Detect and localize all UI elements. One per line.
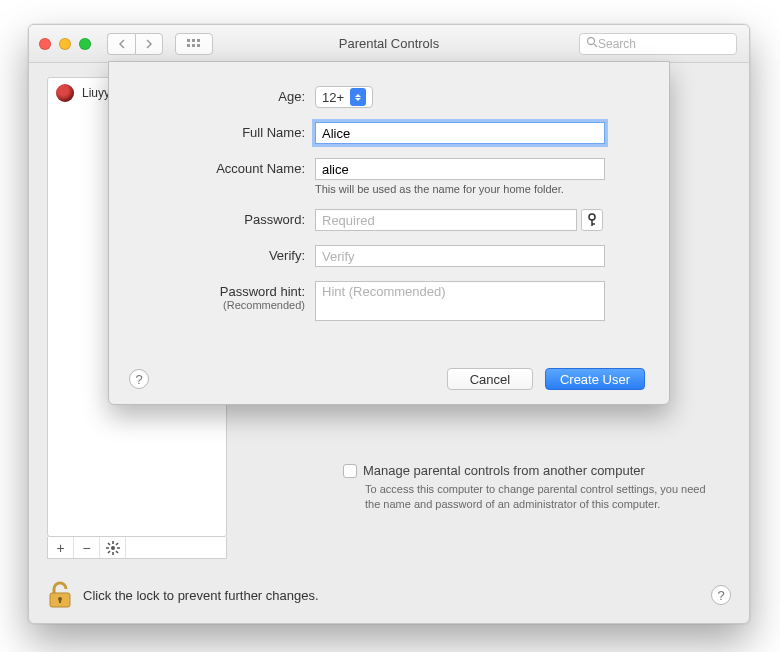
key-icon [587, 213, 597, 227]
cancel-button[interactable]: Cancel [447, 368, 533, 390]
svg-line-13 [108, 543, 110, 545]
search-field[interactable] [579, 33, 737, 55]
add-user-button[interactable]: + [48, 537, 74, 558]
row-account-name: Account Name: This will be used as the n… [135, 158, 643, 195]
svg-point-20 [589, 214, 595, 220]
full-name-input[interactable] [315, 122, 605, 144]
row-password: Password: [135, 209, 643, 231]
row-age: Age: 12+ [135, 86, 643, 108]
label-hint: Password hint: (Recommended) [135, 281, 315, 311]
label-password: Password: [135, 209, 315, 227]
sidebar-footer: + − [47, 537, 227, 559]
verify-input[interactable] [315, 245, 605, 267]
row-verify: Verify: [135, 245, 643, 267]
manage-remote-label: Manage parental controls from another co… [363, 463, 645, 478]
label-hint-main: Password hint: [220, 284, 305, 299]
svg-line-14 [116, 551, 118, 553]
user-avatar-icon [56, 84, 74, 102]
lock-text: Click the lock to prevent further change… [83, 588, 319, 603]
manage-remote-description: To access this computer to change parent… [365, 482, 719, 513]
row-hint: Password hint: (Recommended) [135, 281, 643, 324]
label-account-name: Account Name: [135, 158, 315, 176]
titlebar: Parental Controls [29, 25, 749, 63]
manage-remote-section: Manage parental controls from another co… [343, 463, 719, 513]
label-verify: Verify: [135, 245, 315, 263]
close-window-button[interactable] [39, 38, 51, 50]
action-menu-button[interactable] [100, 537, 126, 558]
minimize-window-button[interactable] [59, 38, 71, 50]
hint-input[interactable] [315, 281, 605, 321]
svg-rect-19 [59, 599, 61, 603]
svg-line-15 [116, 543, 118, 545]
search-icon [586, 36, 598, 51]
manage-remote-checkbox[interactable]: Manage parental controls from another co… [343, 463, 719, 478]
svg-rect-1 [192, 39, 195, 42]
svg-rect-5 [197, 44, 200, 47]
svg-rect-4 [192, 44, 195, 47]
forward-button[interactable] [135, 33, 163, 55]
user-name-label: Liuyy [82, 86, 110, 100]
zoom-window-button[interactable] [79, 38, 91, 50]
svg-rect-3 [187, 44, 190, 47]
back-button[interactable] [107, 33, 135, 55]
nav-buttons [107, 33, 163, 55]
age-select[interactable]: 12+ [315, 86, 373, 108]
remove-user-button[interactable]: − [74, 537, 100, 558]
label-hint-sub: (Recommended) [135, 299, 305, 311]
svg-rect-0 [187, 39, 190, 42]
help-button[interactable]: ? [711, 585, 731, 605]
password-assistant-button[interactable] [581, 209, 603, 231]
sheet-footer: ? Cancel Create User [129, 368, 645, 390]
account-name-note: This will be used as the name for your h… [315, 183, 643, 195]
lock-icon[interactable] [47, 581, 73, 609]
gear-icon [106, 541, 120, 555]
svg-line-16 [108, 551, 110, 553]
row-full-name: Full Name: [135, 122, 643, 144]
window-controls [39, 38, 91, 50]
create-user-sheet: Age: 12+ Full Name: Account Name: This w… [108, 61, 670, 405]
create-user-button[interactable]: Create User [545, 368, 645, 390]
search-input[interactable] [598, 37, 730, 51]
label-full-name: Full Name: [135, 122, 315, 140]
show-all-button[interactable] [175, 33, 213, 55]
svg-line-7 [594, 44, 597, 47]
label-age: Age: [135, 86, 315, 104]
svg-rect-2 [197, 39, 200, 42]
password-input[interactable] [315, 209, 577, 231]
select-arrows-icon [350, 88, 366, 106]
sheet-help-button[interactable]: ? [129, 369, 149, 389]
lock-row: Click the lock to prevent further change… [47, 581, 731, 609]
svg-point-8 [111, 546, 115, 550]
checkbox-icon [343, 464, 357, 478]
account-name-input[interactable] [315, 158, 605, 180]
svg-point-6 [588, 38, 595, 45]
age-select-value: 12+ [322, 90, 344, 105]
